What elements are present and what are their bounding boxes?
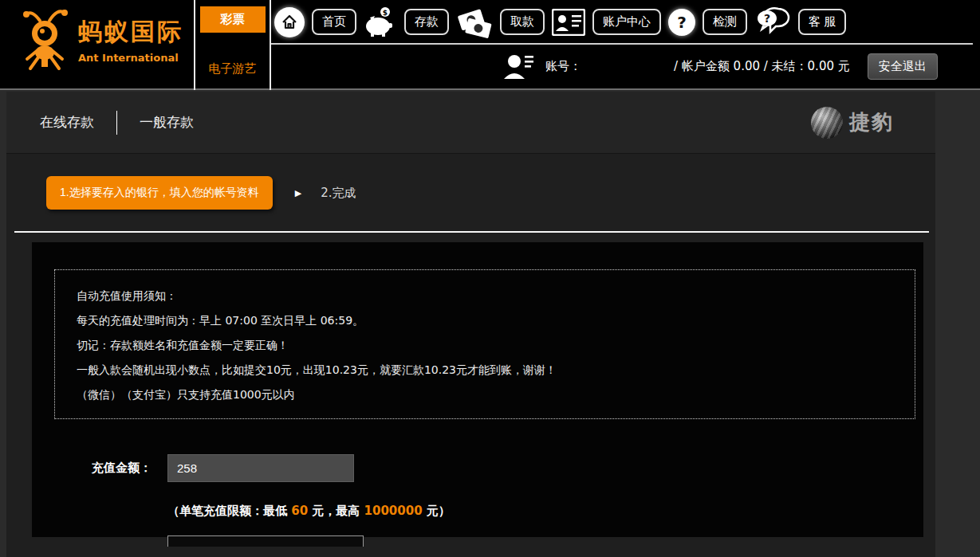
step-indicator: 1.选择要存入的银行，填入您的帐号资料 ▶ 2.完成 <box>6 154 935 233</box>
nav-home-button[interactable]: 首页 <box>312 9 356 35</box>
breadcrumb-general-deposit[interactable]: 一般存款 <box>140 113 194 131</box>
limit-prefix: （单笔充值限额：最低 <box>167 504 291 518</box>
step-divider <box>14 231 929 233</box>
user-icon <box>502 52 534 80</box>
logout-button[interactable]: 安全退出 <box>868 53 938 80</box>
amount-row: 充值金额： <box>32 454 923 482</box>
main-nav: 首页 $ 存款 取款 账户中心 ? 检测 ? 客 服 <box>274 0 846 44</box>
header-row-divider <box>271 43 973 45</box>
partner-name: 捷豹 <box>849 108 894 136</box>
content-wrapper: 在线存款 一般存款 捷豹 1.选择要存入的银行，填入您的帐号资料 ▶ 2.完成 … <box>6 92 935 557</box>
header: 蚂蚁国际 Ant International 彩票 电子游艺 首页 $ 存款 取… <box>0 0 980 90</box>
amount-label: 充值金额： <box>32 461 152 476</box>
notice-line-4: 一般入款会随机出现小数点，比如提交10元，出现10.23元，就要汇款10.23元… <box>77 358 893 382</box>
notice-line-1: 自动充值使用须知： <box>77 284 893 308</box>
question-icon[interactable]: ? <box>668 9 695 36</box>
amount-input[interactable] <box>167 454 354 482</box>
nav-check-button[interactable]: 检测 <box>703 9 747 35</box>
brand-name: 蚂蚁国际 <box>78 16 183 49</box>
brand-subtitle: Ant International <box>78 52 183 64</box>
svg-text:?: ? <box>764 12 770 25</box>
globe-icon <box>811 107 843 139</box>
account-balance: / 帐户金额 0.00 / 未结：0.00 元 <box>674 59 850 74</box>
brand-logo[interactable]: 蚂蚁国际 Ant International <box>22 6 183 73</box>
nav-account-center-button[interactable]: 账户中心 <box>592 9 661 35</box>
notice-line-5: （微信）（支付宝）只支持充值1000元以内 <box>77 382 893 407</box>
partner-logo: 捷豹 <box>811 107 894 139</box>
deposit-panel: 自动充值使用须知： 每天的充值处理时间为：早上 07:00 至次日早上 06:5… <box>32 242 923 537</box>
notice-line-2: 每天的充值处理时间为：早上 07:00 至次日早上 06:59。 <box>77 308 893 333</box>
limit-suffix: 元） <box>423 504 451 518</box>
step2-label: 2.完成 <box>321 186 356 201</box>
cash-icon[interactable] <box>456 6 493 39</box>
nav-deposit-button[interactable]: 存款 <box>404 9 449 35</box>
piggy-bank-icon[interactable]: $ <box>364 6 397 38</box>
step-arrow-icon: ▶ <box>295 188 301 198</box>
next-field-partial[interactable] <box>167 535 364 547</box>
account-bar: 账号： / 帐户金额 0.00 / 未结：0.00 元 安全退出 <box>502 46 938 86</box>
account-label: 账号： <box>545 59 581 74</box>
tab-egames[interactable]: 电子游艺 <box>195 61 270 76</box>
category-tabs: 彩票 电子游艺 <box>194 0 271 90</box>
chat-question-icon[interactable]: ? <box>754 6 791 39</box>
breadcrumb-online-deposit[interactable]: 在线存款 <box>40 113 94 131</box>
account-number-redacted <box>581 59 669 73</box>
limit-note: （单笔充值限额：最低 60 元，最高 1000000 元） <box>167 504 923 519</box>
notice-box: 自动充值使用须知： 每天的充值处理时间为：早上 07:00 至次日早上 06:5… <box>54 269 915 419</box>
breadcrumb-divider <box>116 111 117 135</box>
tab-lottery[interactable]: 彩票 <box>200 6 266 33</box>
nav-withdraw-button[interactable]: 取款 <box>500 9 545 35</box>
id-card-icon[interactable] <box>552 9 585 36</box>
breadcrumb: 在线存款 一般存款 捷豹 <box>6 92 935 154</box>
notice-line-3: 切记：存款额姓名和充值金额一定要正确！ <box>77 333 893 358</box>
svg-text:$: $ <box>383 9 388 17</box>
home-icon[interactable] <box>274 7 305 37</box>
limit-min: 60 <box>291 504 308 518</box>
limit-max: 1000000 <box>364 504 423 518</box>
limit-mid: 元，最高 <box>308 504 364 518</box>
step1-button[interactable]: 1.选择要存入的银行，填入您的帐号资料 <box>46 176 273 210</box>
ant-icon <box>22 6 70 73</box>
nav-service-button[interactable]: 客 服 <box>798 9 846 35</box>
